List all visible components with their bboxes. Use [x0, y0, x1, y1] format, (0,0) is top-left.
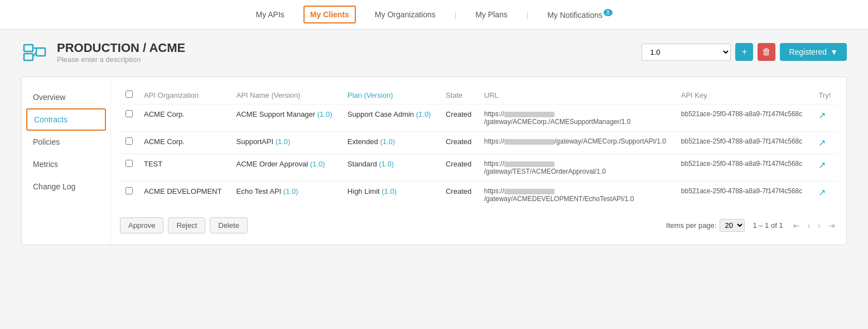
page-description: Please enter a description — [57, 55, 185, 64]
select-all-checkbox[interactable] — [126, 90, 133, 98]
cell-try: ↗︎ — [813, 104, 837, 132]
plan-version-link[interactable]: (1.0) — [382, 187, 397, 196]
cell-org: ACME Corp. — [138, 104, 231, 132]
cell-try: ↗︎ — [813, 154, 837, 182]
cell-state: Created — [440, 154, 479, 182]
nav-my-clients[interactable]: My Clients — [303, 6, 356, 23]
sidebar: Overview Contracts Policies Metrics Chan… — [22, 77, 111, 245]
col-plan: Plan (Version) — [342, 86, 440, 104]
sidebar-item-contracts[interactable]: Contracts — [26, 108, 106, 131]
try-button[interactable]: ↗︎ — [818, 187, 826, 198]
try-button[interactable]: ↗︎ — [818, 160, 826, 170]
header-left: PRODUCTION / ACME Please enter a descrip… — [21, 39, 185, 65]
cell-url: https:///gateway/ACMECorp./ACMESupportMa… — [479, 104, 676, 132]
cell-try: ↗︎ — [813, 132, 837, 154]
cell-api-key: bb521ace-25f0-4788-a8a9-7f147f4c568c — [676, 132, 813, 154]
row-checkbox[interactable] — [126, 137, 133, 145]
nav-my-apis[interactable]: My APIs — [250, 7, 290, 22]
header-right: 1.0 + 🗑 Registered ▼ — [642, 43, 847, 61]
separator-2: | — [527, 11, 528, 19]
delete-button[interactable]: 🗑 — [758, 43, 775, 61]
table-footer: Approve Reject Delete Items per page: 20… — [120, 215, 837, 236]
header-title: PRODUCTION / ACME Please enter a descrip… — [57, 41, 185, 64]
api-version-link[interactable]: (1.0) — [317, 110, 332, 118]
table-row: ACME Corp.ACME Support Manager (1.0)Supp… — [120, 104, 837, 132]
cell-plan: High Limit (1.0) — [342, 182, 440, 209]
sidebar-item-metrics[interactable]: Metrics — [22, 153, 110, 175]
row-checkbox[interactable] — [126, 160, 133, 167]
notification-badge: 8 — [604, 9, 613, 16]
reject-button[interactable]: Reject — [168, 217, 205, 233]
cell-api-name: Echo Test API (1.0) — [231, 182, 342, 209]
page-header: PRODUCTION / ACME Please enter a descrip… — [21, 39, 847, 65]
sidebar-item-changelog[interactable]: Change Log — [22, 175, 110, 198]
svg-rect-2 — [36, 48, 45, 56]
cell-try: ↗︎ — [813, 182, 837, 209]
plan-version-link[interactable]: (1.0) — [416, 110, 431, 118]
url-blurred — [504, 112, 554, 117]
cell-state: Created — [440, 132, 479, 154]
cell-org: TEST — [138, 154, 231, 182]
url-blurred — [504, 189, 554, 194]
page-next-button[interactable]: › — [816, 220, 823, 231]
cell-state: Created — [440, 182, 479, 209]
cell-org: ACME Corp. — [138, 132, 231, 154]
col-try: Try! — [813, 86, 837, 104]
page-container: PRODUCTION / ACME Please enter a descrip… — [10, 30, 858, 254]
col-url: URL — [479, 86, 676, 104]
cell-api-key: bb521ace-25f0-4788-a8a9-7f147f4c568c — [676, 154, 813, 182]
url-blurred — [504, 161, 554, 167]
cell-org: ACME DEVELOPMENT — [138, 182, 231, 209]
col-api-name: API Name (Version) — [231, 86, 342, 104]
main-layout: Overview Contracts Policies Metrics Chan… — [21, 77, 847, 245]
cell-plan: Standard (1.0) — [342, 154, 440, 182]
col-api-key: API Key — [676, 86, 813, 104]
approve-button[interactable]: Approve — [120, 217, 163, 233]
footer-actions: Approve Reject Delete — [120, 217, 248, 233]
registered-button[interactable]: Registered ▼ — [780, 43, 847, 61]
contracts-table: API Organization API Name (Version) Plan… — [120, 86, 837, 208]
page-title: PRODUCTION / ACME — [57, 41, 185, 55]
delete-footer-button[interactable]: Delete — [210, 217, 248, 233]
sidebar-item-overview[interactable]: Overview — [22, 86, 110, 108]
pagination-range: 1 – 1 of 1 — [753, 221, 783, 230]
cell-api-key: bb521ace-25f0-4788-a8a9-7f147f4c568c — [676, 182, 813, 209]
api-version-link[interactable]: (1.0) — [310, 160, 325, 168]
pagination: Items per page: 20 1 – 1 of 1 ⇤ ‹ › ⇥ — [666, 219, 837, 232]
try-button[interactable]: ↗︎ — [818, 110, 826, 121]
api-version-link[interactable]: (1.0) — [276, 137, 291, 146]
cell-api-name: ACME Support Manager (1.0) — [231, 104, 342, 132]
version-select[interactable]: 1.0 — [642, 44, 731, 61]
try-button[interactable]: ↗︎ — [818, 137, 826, 148]
page-last-button[interactable]: ⇥ — [826, 220, 837, 231]
plan-version-link[interactable]: (1.0) — [379, 160, 394, 168]
page-first-button[interactable]: ⇤ — [791, 220, 802, 231]
plan-version-link[interactable]: (1.0) — [380, 137, 395, 146]
add-button[interactable]: + — [735, 43, 753, 61]
items-per-page-select[interactable]: 20 — [720, 219, 745, 232]
cell-api-name: ACME Order Approval (1.0) — [231, 154, 342, 182]
svg-rect-1 — [24, 54, 33, 60]
col-state: State — [440, 86, 479, 104]
content-area: API Organization API Name (Version) Plan… — [111, 77, 846, 245]
nav-my-plans[interactable]: My Plans — [470, 7, 513, 22]
cell-url: https:///gateway/ACMECorp./SupportAPI/1.… — [479, 132, 676, 154]
row-checkbox[interactable] — [126, 187, 133, 194]
items-per-page-label: Items per page: — [666, 221, 716, 230]
app-icon — [21, 39, 48, 65]
cell-api-key: bb521ace-25f0-4788-a8a9-7f147f4c568c — [676, 104, 813, 132]
sidebar-item-policies[interactable]: Policies — [22, 131, 110, 153]
cell-plan: Extended (1.0) — [342, 132, 440, 154]
row-checkbox[interactable] — [126, 110, 133, 117]
separator-1: | — [455, 11, 456, 19]
url-blurred — [504, 139, 554, 145]
page-prev-button[interactable]: ‹ — [806, 220, 813, 231]
chevron-down-icon: ▼ — [830, 47, 838, 56]
nav-my-organizations[interactable]: My Organizations — [369, 7, 441, 22]
api-version-link[interactable]: (1.0) — [283, 187, 298, 196]
col-api-org: API Organization — [138, 86, 231, 104]
nav-my-notifications[interactable]: My Notifications8 — [542, 6, 618, 23]
top-nav: My APIs My Clients My Organizations | My… — [0, 0, 868, 30]
svg-rect-0 — [24, 45, 33, 51]
table-row: TESTACME Order Approval (1.0)Standard (1… — [120, 154, 837, 182]
